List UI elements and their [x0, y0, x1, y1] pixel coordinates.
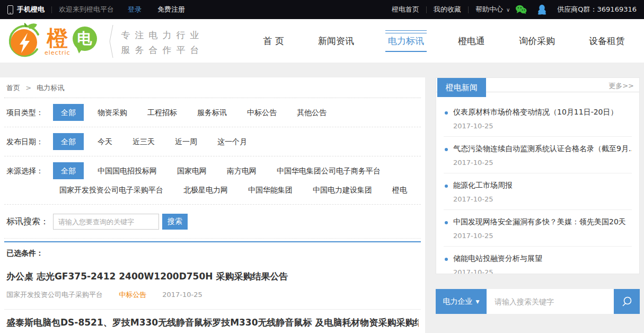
main-nav: 首 页 新闻资讯 电力标讯 橙电通 询价采购 设备租赁	[246, 19, 642, 63]
bidding-list-panel: 首页 > 电力标讯 项目类型： 全部 物资采购 工程招标 服务标讯 中标公告 其…	[0, 77, 425, 333]
news-title-link[interactable]: 中国发现网络安全漏洞有多快？美媒：领先美国20天	[444, 217, 632, 227]
site-logo[interactable]: 橙 electric 电 专注电力行业 服务合作平台	[6, 23, 204, 60]
logo-tagline-divider	[109, 25, 114, 58]
filter-option[interactable]: 中国电力建设集团	[313, 181, 372, 198]
bullet-icon	[445, 185, 448, 188]
enterprise-search-button[interactable]	[614, 289, 640, 314]
filter-option[interactable]: 近三天	[133, 133, 155, 150]
news-item: 能源化工市场周报 2017-10-25	[444, 173, 632, 210]
result-date: 2017-10-25	[162, 291, 202, 299]
news-date: 2017-10-25	[453, 268, 632, 274]
logo-lightning-icon	[6, 23, 42, 60]
news-title-link[interactable]: 仪表原材料市场价格变动情况（10月11日-20日）	[444, 108, 632, 117]
breadcrumb-current: 电力标讯	[37, 84, 64, 92]
wechat-icon[interactable]	[515, 5, 527, 14]
filter-option[interactable]: 中标公告	[247, 104, 277, 121]
nav-chengdiantong[interactable]: 橙电通	[441, 30, 502, 52]
news-tab[interactable]: 橙电新闻	[437, 78, 486, 97]
nav-equipment-rental[interactable]: 设备租赁	[572, 30, 642, 52]
news-date: 2017-10-25	[453, 195, 632, 203]
welcome-text: 欢迎来到橙电平台	[59, 5, 114, 14]
supplier-qq-group: 供应商Q群：369169316	[557, 5, 637, 14]
logo-text-dian: 电	[77, 29, 92, 49]
filter-project-type: 项目类型： 全部 物资采购 工程招标 服务标讯 中标公告 其他公告	[4, 98, 421, 127]
mobile-site-link[interactable]: 手机橙电	[17, 5, 45, 14]
bidding-search-row: 标讯搜索： 搜索	[4, 205, 421, 239]
filter-option[interactable]: 近一周	[175, 133, 197, 150]
enterprise-search-input[interactable]	[487, 289, 614, 314]
enterprise-search-bar: 电力企业 ▼	[436, 289, 640, 314]
result-tag: 中标公告	[119, 291, 146, 299]
filter-option[interactable]: 物资采购	[98, 104, 127, 121]
bidding-search-input[interactable]	[53, 214, 159, 230]
news-more-link[interactable]: 更多>>	[608, 81, 634, 91]
bullet-icon	[445, 148, 448, 151]
filter-option[interactable]: 南方电网	[227, 162, 257, 179]
site-header: 橙 electric 电 专注电力行业 服务合作平台 首 页 新闻资讯 电力标讯…	[0, 19, 644, 63]
divider	[426, 6, 427, 13]
chevron-down-icon: ∨	[506, 7, 510, 13]
divider	[51, 6, 52, 13]
filter-option[interactable]: 中国华电集团公司电子商务平台	[277, 162, 381, 179]
news-title-link[interactable]: 能源化工市场周报	[444, 181, 632, 190]
caret-down-icon: ▼	[476, 299, 480, 304]
filter-option[interactable]: 中国国电招投标网	[98, 162, 157, 179]
news-item: 气态污染物连续自动监测系统认证合格名录（截至9月... 2017-10-25	[444, 137, 632, 173]
top-utility-bar: 手机橙电 欢迎来到橙电平台 登录 免费注册 橙电首页 我的收藏 帮助中心∨	[0, 0, 644, 19]
filter-publish-date: 发布日期： 全部 今天 近三天 近一周 这一个月	[4, 127, 421, 156]
logo-text-cheng: 橙	[47, 27, 68, 49]
register-link[interactable]: 免费注册	[157, 5, 185, 14]
filter-option[interactable]: 工程招标	[147, 104, 177, 121]
news-list: 仪表原材料市场价格变动情况（10月11日-20日） 2017-10-25 气态污…	[436, 97, 639, 274]
filter-option[interactable]: 中国华能集团	[248, 181, 293, 198]
search-label: 标讯搜索：	[6, 213, 53, 230]
filter-source: 来源选择： 全部 中国国电招投标网 国家电网 南方电网 中国华电集团公司电子商务…	[4, 156, 421, 205]
filter-label: 来源选择：	[6, 162, 53, 179]
result-row: 办公桌 志光GF375-2412 2400W1200D750H 采购采购结果公告…	[4, 264, 421, 310]
news-date: 2017-10-25	[453, 159, 632, 167]
bullet-icon	[445, 221, 448, 224]
site-tagline: 专注电力行业 服务合作平台	[121, 25, 204, 57]
qq-icon[interactable]	[537, 4, 546, 15]
bidding-search-button[interactable]: 搜索	[162, 214, 188, 230]
filter-option-selected[interactable]: 全部	[53, 104, 84, 121]
nav-inquiry-procurement[interactable]: 询价采购	[502, 30, 572, 52]
breadcrumb-separator: >	[25, 84, 31, 92]
enterprise-category-dropdown[interactable]: 电力企业 ▼	[436, 289, 487, 314]
nav-power-bidding[interactable]: 电力标讯	[371, 30, 441, 52]
news-panel: 橙电新闻 更多>> 仪表原材料市场价格变动情况（10月11日-20日） 2017…	[436, 77, 640, 274]
filter-option-selected[interactable]: 全部	[53, 133, 84, 150]
logo-text-electric: electric	[45, 49, 70, 56]
news-item: 仪表原材料市场价格变动情况（10月11日-20日） 2017-10-25	[444, 100, 632, 137]
site-home-link[interactable]: 橙电首页	[392, 5, 419, 14]
magnifier-icon	[621, 296, 633, 308]
bullet-icon	[445, 258, 448, 261]
result-row: 盛泰斯电脑包DS-8521、罗技M330无线静音鼠标罗技M330无线静音鼠标 及…	[4, 310, 421, 333]
filter-option[interactable]: 其他公告	[297, 104, 327, 121]
login-link[interactable]: 登录	[128, 5, 142, 14]
news-date: 2017-10-25	[453, 232, 632, 240]
help-center-menu[interactable]: 帮助中心∨	[475, 5, 510, 14]
result-source: 国家开发投资公司电子采购平台	[6, 291, 103, 299]
nav-home[interactable]: 首 页	[246, 30, 301, 52]
selected-conditions-label: 已选条件：	[4, 242, 421, 264]
filter-option[interactable]: 今天	[98, 133, 112, 150]
filter-option[interactable]: 服务标讯	[197, 104, 227, 121]
result-title-link[interactable]: 盛泰斯电脑包DS-8521、罗技M330无线静音鼠标罗技M330无线静音鼠标 及…	[6, 317, 419, 329]
filter-option[interactable]: 国家开发投资公司电子采购平台	[59, 181, 163, 198]
breadcrumb: 首页 > 电力标讯	[4, 77, 421, 98]
news-item: 中国发现网络安全漏洞有多快？美媒：领先美国20天 2017-10-25	[444, 210, 632, 247]
filter-option[interactable]: 橙电	[392, 181, 407, 198]
filter-option[interactable]: 国家电网	[177, 162, 207, 179]
filter-option[interactable]: 北极星电力网	[183, 181, 228, 198]
filter-label: 发布日期：	[6, 133, 53, 150]
news-title-link[interactable]: 储能电站投融资分析与展望	[444, 254, 632, 264]
breadcrumb-home-link[interactable]: 首页	[6, 84, 20, 92]
favorites-link[interactable]: 我的收藏	[434, 5, 461, 14]
news-date: 2017-10-25	[453, 122, 632, 130]
filter-option[interactable]: 这一个月	[217, 133, 247, 150]
nav-news[interactable]: 新闻资讯	[301, 30, 371, 52]
news-title-link[interactable]: 气态污染物连续自动监测系统认证合格名录（截至9月...	[444, 144, 632, 154]
filter-option-selected[interactable]: 全部	[53, 162, 84, 179]
result-title-link[interactable]: 办公桌 志光GF375-2412 2400W1200D750H 采购采购结果公告	[6, 270, 419, 283]
